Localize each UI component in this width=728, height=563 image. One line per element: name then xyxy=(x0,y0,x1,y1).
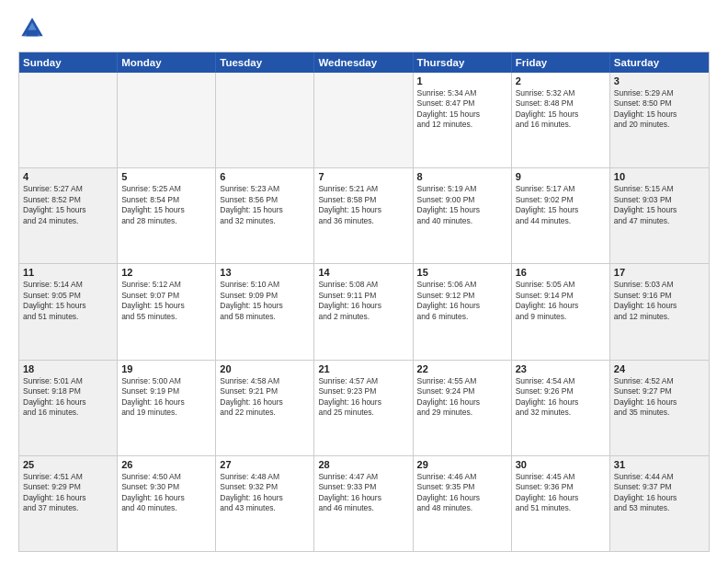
cal-cell-13: 13Sunrise: 5:10 AM Sunset: 9:09 PM Dayli… xyxy=(216,264,314,359)
day-info: Sunrise: 4:54 AM Sunset: 9:26 PM Dayligh… xyxy=(516,376,606,419)
calendar-body: 1Sunrise: 5:34 AM Sunset: 8:47 PM Daylig… xyxy=(19,73,709,551)
day-number: 24 xyxy=(614,363,705,374)
day-info: Sunrise: 4:52 AM Sunset: 9:27 PM Dayligh… xyxy=(614,376,705,419)
day-number: 5 xyxy=(121,171,211,182)
day-number: 30 xyxy=(516,459,606,470)
week-row-2: 4Sunrise: 5:27 AM Sunset: 8:52 PM Daylig… xyxy=(19,168,709,264)
calendar: SundayMondayTuesdayWednesdayThursdayFrid… xyxy=(18,52,710,552)
day-number: 22 xyxy=(417,363,507,374)
header-cell-thursday: Thursday xyxy=(414,52,512,73)
header-cell-wednesday: Wednesday xyxy=(314,52,413,73)
header-cell-monday: Monday xyxy=(118,52,216,73)
cal-cell-22: 22Sunrise: 4:55 AM Sunset: 9:24 PM Dayli… xyxy=(414,361,512,455)
day-info: Sunrise: 4:55 AM Sunset: 9:24 PM Dayligh… xyxy=(417,376,507,419)
day-info: Sunrise: 5:12 AM Sunset: 9:07 PM Dayligh… xyxy=(121,280,211,322)
day-number: 11 xyxy=(23,267,113,278)
calendar-header: SundayMondayTuesdayWednesdayThursdayFrid… xyxy=(19,52,709,73)
day-number: 2 xyxy=(516,75,606,86)
week-row-1: 1Sunrise: 5:34 AM Sunset: 8:47 PM Daylig… xyxy=(19,73,709,168)
cal-cell-15: 15Sunrise: 5:06 AM Sunset: 9:12 PM Dayli… xyxy=(414,264,512,359)
day-info: Sunrise: 5:32 AM Sunset: 8:48 PM Dayligh… xyxy=(516,88,606,131)
cal-cell-21: 21Sunrise: 4:57 AM Sunset: 9:23 PM Dayli… xyxy=(314,361,413,455)
week-row-5: 25Sunrise: 4:51 AM Sunset: 9:29 PM Dayli… xyxy=(19,456,709,551)
day-number: 18 xyxy=(23,363,113,374)
day-number: 23 xyxy=(516,363,606,374)
day-number: 28 xyxy=(318,459,408,470)
cal-cell-25: 25Sunrise: 4:51 AM Sunset: 9:29 PM Dayli… xyxy=(19,456,118,551)
day-number: 10 xyxy=(614,171,705,182)
day-info: Sunrise: 4:45 AM Sunset: 9:36 PM Dayligh… xyxy=(516,472,606,514)
day-info: Sunrise: 4:46 AM Sunset: 9:35 PM Dayligh… xyxy=(417,472,507,514)
day-number: 29 xyxy=(417,459,507,470)
day-number: 12 xyxy=(121,267,211,278)
logo-icon xyxy=(18,15,46,42)
day-number: 13 xyxy=(220,267,310,278)
day-info: Sunrise: 5:34 AM Sunset: 8:47 PM Dayligh… xyxy=(417,88,507,131)
day-number: 7 xyxy=(318,171,408,182)
day-info: Sunrise: 5:25 AM Sunset: 8:54 PM Dayligh… xyxy=(121,184,211,226)
cal-cell-14: 14Sunrise: 5:08 AM Sunset: 9:11 PM Dayli… xyxy=(314,264,413,359)
day-number: 19 xyxy=(121,363,211,374)
cal-cell-11: 11Sunrise: 5:14 AM Sunset: 9:05 PM Dayli… xyxy=(19,264,118,359)
cal-cell-28: 28Sunrise: 4:47 AM Sunset: 9:33 PM Dayli… xyxy=(314,456,413,551)
day-number: 27 xyxy=(220,459,310,470)
day-number: 31 xyxy=(614,459,705,470)
cal-cell-31: 31Sunrise: 4:44 AM Sunset: 9:37 PM Dayli… xyxy=(610,456,709,551)
cal-cell-6: 6Sunrise: 5:23 AM Sunset: 8:56 PM Daylig… xyxy=(216,168,314,263)
cal-cell-empty-3 xyxy=(314,73,413,167)
day-info: Sunrise: 5:05 AM Sunset: 9:14 PM Dayligh… xyxy=(516,280,606,322)
day-number: 14 xyxy=(318,267,408,278)
day-number: 20 xyxy=(220,363,310,374)
cal-cell-30: 30Sunrise: 4:45 AM Sunset: 9:36 PM Dayli… xyxy=(512,456,610,551)
day-info: Sunrise: 5:29 AM Sunset: 8:50 PM Dayligh… xyxy=(614,88,705,131)
day-info: Sunrise: 5:27 AM Sunset: 8:52 PM Dayligh… xyxy=(23,184,113,226)
day-info: Sunrise: 5:14 AM Sunset: 9:05 PM Dayligh… xyxy=(23,280,113,322)
day-number: 4 xyxy=(23,171,113,182)
header-cell-sunday: Sunday xyxy=(19,52,118,73)
day-info: Sunrise: 4:48 AM Sunset: 9:32 PM Dayligh… xyxy=(220,472,310,514)
cal-cell-17: 17Sunrise: 5:03 AM Sunset: 9:16 PM Dayli… xyxy=(610,264,709,359)
day-info: Sunrise: 5:15 AM Sunset: 9:03 PM Dayligh… xyxy=(614,184,705,226)
day-info: Sunrise: 5:03 AM Sunset: 9:16 PM Dayligh… xyxy=(614,280,705,322)
day-info: Sunrise: 4:47 AM Sunset: 9:33 PM Dayligh… xyxy=(318,472,408,514)
day-number: 9 xyxy=(516,171,606,182)
day-number: 8 xyxy=(417,171,507,182)
day-number: 3 xyxy=(614,75,705,86)
day-info: Sunrise: 4:50 AM Sunset: 9:30 PM Dayligh… xyxy=(121,472,211,514)
cal-cell-16: 16Sunrise: 5:05 AM Sunset: 9:14 PM Dayli… xyxy=(512,264,610,359)
day-number: 16 xyxy=(516,267,606,278)
cal-cell-8: 8Sunrise: 5:19 AM Sunset: 9:00 PM Daylig… xyxy=(414,168,512,263)
day-info: Sunrise: 5:06 AM Sunset: 9:12 PM Dayligh… xyxy=(417,280,507,322)
day-number: 26 xyxy=(121,459,211,470)
day-info: Sunrise: 5:21 AM Sunset: 8:58 PM Dayligh… xyxy=(318,184,408,226)
day-number: 1 xyxy=(417,75,507,86)
day-info: Sunrise: 5:08 AM Sunset: 9:11 PM Dayligh… xyxy=(318,280,408,322)
cal-cell-26: 26Sunrise: 4:50 AM Sunset: 9:30 PM Dayli… xyxy=(118,456,216,551)
cal-cell-1: 1Sunrise: 5:34 AM Sunset: 8:47 PM Daylig… xyxy=(414,73,512,167)
day-info: Sunrise: 5:17 AM Sunset: 9:02 PM Dayligh… xyxy=(516,184,606,226)
cal-cell-4: 4Sunrise: 5:27 AM Sunset: 8:52 PM Daylig… xyxy=(19,168,118,263)
day-info: Sunrise: 5:23 AM Sunset: 8:56 PM Dayligh… xyxy=(220,184,310,226)
cal-cell-23: 23Sunrise: 4:54 AM Sunset: 9:26 PM Dayli… xyxy=(512,361,610,455)
cal-cell-9: 9Sunrise: 5:17 AM Sunset: 9:02 PM Daylig… xyxy=(512,168,610,263)
day-info: Sunrise: 5:00 AM Sunset: 9:19 PM Dayligh… xyxy=(121,376,211,419)
day-info: Sunrise: 5:10 AM Sunset: 9:09 PM Dayligh… xyxy=(220,280,310,322)
cal-cell-7: 7Sunrise: 5:21 AM Sunset: 8:58 PM Daylig… xyxy=(314,168,413,263)
cal-cell-19: 19Sunrise: 5:00 AM Sunset: 9:19 PM Dayli… xyxy=(118,361,216,455)
cal-cell-24: 24Sunrise: 4:52 AM Sunset: 9:27 PM Dayli… xyxy=(610,361,709,455)
header-cell-saturday: Saturday xyxy=(610,52,709,73)
day-info: Sunrise: 4:57 AM Sunset: 9:23 PM Dayligh… xyxy=(318,376,408,419)
week-row-4: 18Sunrise: 5:01 AM Sunset: 9:18 PM Dayli… xyxy=(19,361,709,456)
page: SundayMondayTuesdayWednesdayThursdayFrid… xyxy=(0,0,728,563)
cal-cell-2: 2Sunrise: 5:32 AM Sunset: 8:48 PM Daylig… xyxy=(512,73,610,167)
cal-cell-12: 12Sunrise: 5:12 AM Sunset: 9:07 PM Dayli… xyxy=(118,264,216,359)
header xyxy=(18,15,710,42)
day-number: 17 xyxy=(614,267,705,278)
day-number: 15 xyxy=(417,267,507,278)
cal-cell-27: 27Sunrise: 4:48 AM Sunset: 9:32 PM Dayli… xyxy=(216,456,314,551)
cal-cell-empty-1 xyxy=(118,73,216,167)
day-number: 6 xyxy=(220,171,310,182)
svg-rect-2 xyxy=(26,30,38,37)
day-info: Sunrise: 4:58 AM Sunset: 9:21 PM Dayligh… xyxy=(220,376,310,419)
cal-cell-3: 3Sunrise: 5:29 AM Sunset: 8:50 PM Daylig… xyxy=(610,73,709,167)
